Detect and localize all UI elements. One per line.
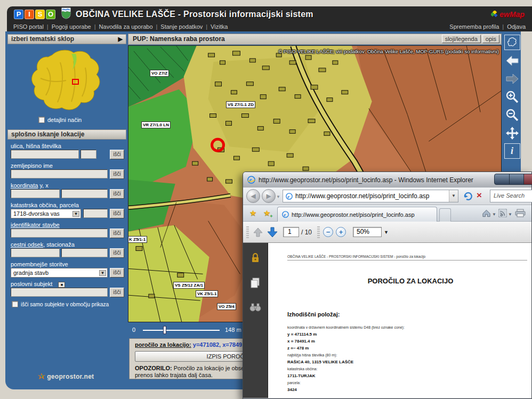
street-number-input[interactable]: [80, 150, 96, 159]
pdf-line: RAŠICA 40, 1315 VELIKE LAŠČE: [287, 359, 405, 365]
building-id-search-button[interactable]: išči: [110, 229, 124, 238]
scale-slider-handle[interactable]: [163, 326, 166, 334]
home-icon[interactable]: [482, 209, 491, 219]
page-count: / 10: [301, 229, 312, 236]
menu-odjava[interactable]: Odjava: [507, 23, 526, 30]
window-controls[interactable]: [494, 174, 532, 185]
zoom-level-input[interactable]: 50%: [353, 227, 382, 237]
app-header: P I S O OBČINA VELIKE LAŠČE - Prostorski…: [7, 6, 532, 31]
browser-tab[interactable]: e http://www.geoprostor.net/piso/print_l…: [277, 207, 437, 222]
next-page-icon[interactable]: [266, 226, 279, 239]
ie-titlebar[interactable]: e http://www.geoprostor.net/piso/print_l…: [243, 172, 531, 188]
feed-dropdown-icon[interactable]: ▼: [508, 212, 512, 217]
geoname-input[interactable]: [11, 169, 108, 178]
live-search-input[interactable]: Live Search: [490, 190, 532, 202]
security-lock-icon[interactable]: [250, 253, 261, 265]
road-search-button[interactable]: išči: [110, 248, 124, 258]
back-arrow-icon[interactable]: [504, 53, 520, 68]
refresh-icon[interactable]: [463, 191, 473, 203]
add-favorite-icon[interactable]: ★+: [263, 208, 270, 218]
chevron-down-icon: ▼: [99, 270, 106, 276]
ewmap-logo[interactable]: ewMap: [491, 10, 525, 19]
ie-forward-button[interactable]: ▶: [262, 189, 276, 203]
pan-icon[interactable]: [504, 125, 520, 141]
business-input[interactable]: [11, 288, 108, 297]
road-section-label: cestni odsek, stacionaža: [11, 241, 75, 248]
zoom-dropdown-icon[interactable]: ▼: [384, 230, 389, 235]
business-search-button[interactable]: išči: [110, 288, 124, 297]
piso-logo-letter: S: [35, 10, 45, 19]
piso-logo[interactable]: P I S O: [14, 10, 57, 19]
previous-page-icon[interactable]: [252, 226, 264, 238]
theme-selector-header[interactable]: izberi tematski sklop▶: [7, 34, 126, 44]
search-section-header: splošno iskanje lokacije: [7, 129, 126, 140]
scale-slider-track[interactable]: [143, 330, 220, 331]
coordinate-x-input[interactable]: [61, 189, 108, 198]
ie-tabbar: ★ ★+ e http://www.geoprostor.net/piso/pr…: [243, 205, 531, 222]
pdf-body: koordinata v državnem koordinatnem siste…: [287, 324, 405, 393]
zone-label: VR Z7/1.0 LN: [141, 121, 171, 128]
favorites-star-icon[interactable]: ★: [249, 208, 256, 218]
zone-label: VS Z7/1-1 ZD: [226, 101, 255, 108]
menu-stanje-podatkov[interactable]: Stanje podatkov: [160, 23, 203, 30]
home-dropdown-icon[interactable]: ▼: [492, 212, 496, 217]
menu-pogoji-uporabe[interactable]: Pogoji uporabe: [52, 23, 91, 30]
full-extent-icon[interactable]: [504, 35, 520, 50]
svg-text:e: e: [287, 193, 289, 199]
coordinate-y-input[interactable]: [11, 189, 60, 198]
ie-back-button[interactable]: ◀: [246, 189, 260, 203]
road-section-input[interactable]: [11, 248, 60, 257]
report-link[interactable]: poročilo za lokacijo:: [135, 341, 191, 348]
svg-text:e: e: [284, 212, 286, 217]
menu-vizitka[interactable]: Vizitka: [211, 23, 228, 30]
zoom-in-icon[interactable]: [504, 89, 520, 104]
address-dropdown-icon[interactable]: ▼: [449, 190, 458, 202]
zone-label: VS Z5/12 ZA/1: [173, 282, 205, 289]
detail-mode-checkbox[interactable]: [38, 117, 45, 123]
services-select[interactable]: gradnja stavb ▼: [11, 268, 108, 278]
map-panel-header: opis sloji/legenda PUP: Namenska raba pr…: [128, 34, 502, 45]
building-id-input[interactable]: [11, 229, 108, 238]
services-search-button[interactable]: išči: [110, 268, 124, 278]
parcel-input[interactable]: [83, 209, 108, 218]
street-input[interactable]: [11, 150, 79, 159]
pdf-viewer: OBČINA VELIKE LAŠČE - PROSTORSKI INFORMA…: [243, 243, 531, 398]
pages-panel-icon[interactable]: [250, 277, 261, 291]
report-coordinates[interactable]: y=471082, x=78491: [193, 341, 246, 348]
geoprostor-logo[interactable]: geoprostor.net: [5, 373, 126, 380]
new-tab-stub[interactable]: [439, 208, 451, 222]
business-info-icon[interactable]: ■: [58, 282, 65, 288]
coordinate-label: koordinata y, x: [11, 182, 49, 189]
geoname-search-button[interactable]: išči: [110, 169, 124, 179]
info-tool-icon[interactable]: i: [504, 143, 520, 159]
page-number-input[interactable]: 1: [283, 227, 299, 237]
zoom-out-icon[interactable]: [504, 107, 520, 123]
history-dropdown-icon[interactable]: ▼: [276, 194, 280, 199]
cadastral-search-button[interactable]: išči: [110, 209, 124, 218]
menu-sprememba-profila[interactable]: Sprememba profila: [449, 23, 499, 30]
print-icon[interactable]: [515, 209, 526, 219]
map-panel-title: PUP: Namenska raba prostora: [133, 35, 225, 43]
menu-navodila[interactable]: Navodila za uporabo: [99, 23, 153, 30]
street-search-button[interactable]: išči: [110, 150, 124, 159]
feed-icon[interactable]: [498, 209, 507, 219]
business-label: poslovni subjekt ■: [11, 281, 65, 288]
road-station-input[interactable]: [61, 248, 108, 257]
pdf-toolbar: 1 / 10 − + 50% ▼: [243, 222, 531, 243]
forward-arrow-icon[interactable]: [504, 71, 520, 86]
address-bar[interactable]: e http://www.geoprostor.net/piso/print_l…: [283, 190, 458, 202]
zone-label: K Z5/1-1: [128, 236, 147, 243]
overview-map[interactable]: [20, 46, 112, 125]
screen: P I S O OBČINA VELIKE LAŠČE - Prostorski…: [0, 0, 532, 399]
pdf-line: 3424: [287, 386, 405, 393]
menu-piso-portal[interactable]: PISO portal: [13, 23, 44, 30]
stop-icon[interactable]: ×: [477, 190, 482, 201]
coordinate-search-button[interactable]: išči: [110, 189, 124, 199]
zoom-out-button[interactable]: −: [323, 227, 333, 237]
zoom-in-button[interactable]: +: [336, 227, 346, 237]
search-binoculars-icon[interactable]: [249, 303, 261, 314]
layers-legend-button[interactable]: sloji/legenda: [442, 35, 481, 43]
opis-button[interactable]: opis: [482, 35, 499, 43]
subject-filter-checkbox[interactable]: [12, 301, 18, 307]
cadastral-select[interactable]: 1718-dvorska vas ▼: [11, 209, 81, 218]
